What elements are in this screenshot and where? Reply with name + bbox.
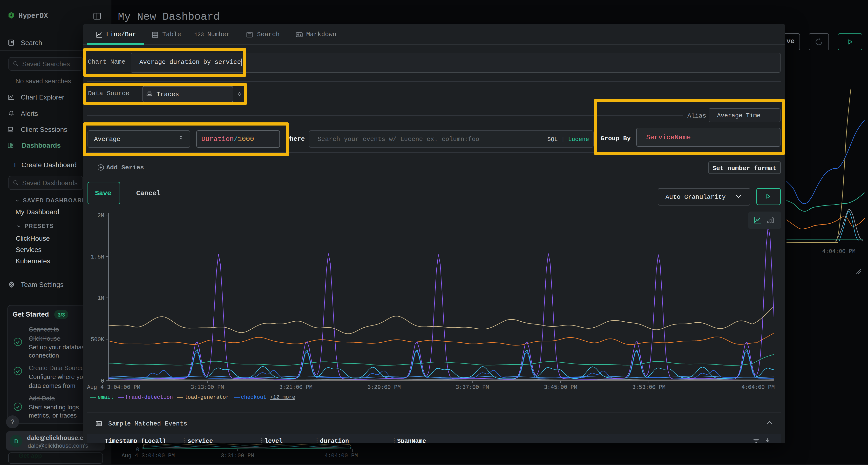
- svg-text:500K: 500K: [91, 337, 104, 343]
- svg-text:3:37:00 PM: 3:37:00 PM: [456, 384, 489, 391]
- svg-text:3:29:00 PM: 3:29:00 PM: [368, 384, 401, 391]
- svg-text:3:45:00 PM: 3:45:00 PM: [544, 384, 577, 391]
- svg-text:Aug 4 3:04:00 PM: Aug 4 3:04:00 PM: [122, 453, 175, 459]
- svg-text:2M: 2M: [97, 212, 104, 219]
- svg-text:4:04:00 PM: 4:04:00 PM: [324, 453, 358, 459]
- svg-text:3:21:00 PM: 3:21:00 PM: [279, 384, 312, 391]
- svg-text:3:31:00 PM: 3:31:00 PM: [221, 453, 254, 459]
- svg-text:3:13:00 PM: 3:13:00 PM: [191, 384, 224, 391]
- svg-text:0: 0: [136, 447, 140, 453]
- svg-text:0: 0: [101, 378, 104, 384]
- svg-text:3:53:00 PM: 3:53:00 PM: [632, 384, 665, 391]
- svg-text:1.5M: 1.5M: [91, 254, 104, 260]
- svg-text:4:04:00 PM: 4:04:00 PM: [741, 384, 775, 391]
- svg-text:Aug 4 3:04:00 PM: Aug 4 3:04:00 PM: [87, 384, 140, 391]
- svg-text:1M: 1M: [97, 295, 104, 301]
